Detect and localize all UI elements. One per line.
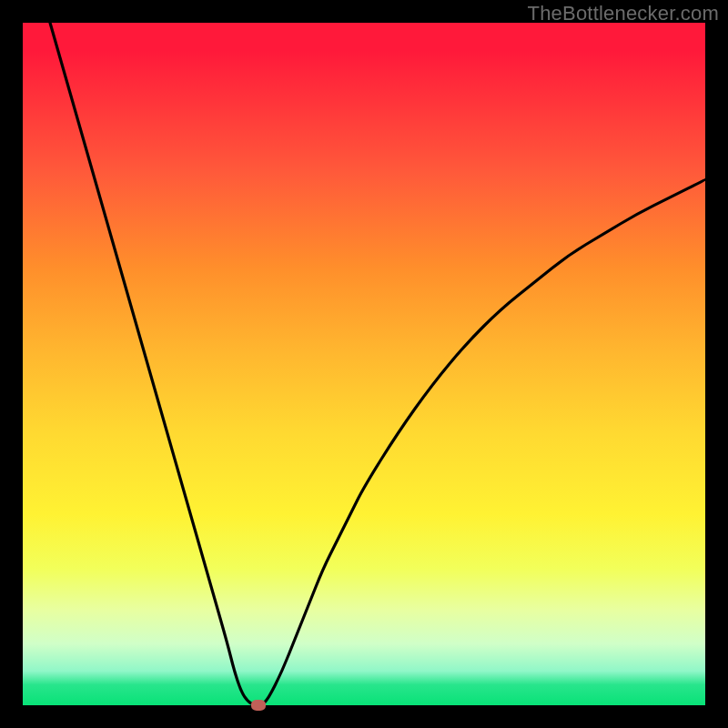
curve-svg	[23, 23, 705, 705]
plot-area	[23, 23, 705, 705]
bottleneck-curve	[50, 23, 705, 705]
chart-frame: TheBottlenecker.com	[0, 0, 728, 728]
optimum-marker	[251, 700, 266, 711]
